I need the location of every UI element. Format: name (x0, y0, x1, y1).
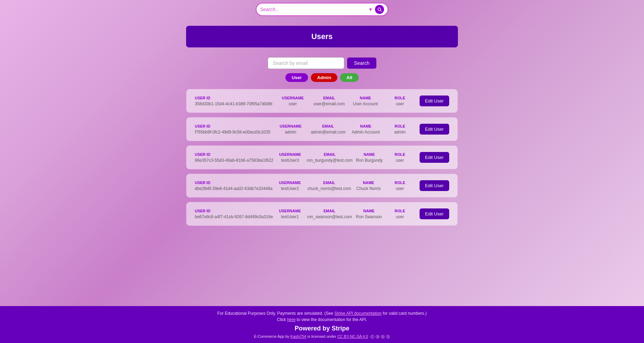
email-field: EMAIL admin@email.com (311, 124, 346, 135)
api-docs-link[interactable]: here (287, 317, 296, 322)
role-field: ROLE user (386, 96, 414, 106)
email-field: EMAIL chuck_norris@test.com (307, 181, 351, 191)
page-title: Users (186, 26, 458, 47)
search-section: Search User Admin All (268, 57, 376, 82)
user-card: USER ID be67e9c8-a4f7-41cb-9267-8d499c0a… (186, 202, 458, 226)
user-id-field: USER ID 358d33b1-15d4-4c41-b389-70f65a7d… (195, 96, 272, 106)
name-field: NAME User Account (351, 96, 379, 106)
user-card-fields: USER ID 96e357c3-55d3-49ab-81b6-a7583be1… (195, 152, 414, 163)
name-field: NAME Ron Burgundy (355, 152, 383, 163)
stripe-api-docs-link[interactable]: Stripe API documentation (335, 311, 382, 316)
topnav-search-button[interactable] (375, 5, 384, 14)
email-search-button[interactable]: Search (347, 58, 376, 69)
license-link[interactable]: CC BY-NC-SA 4.0 (337, 334, 368, 338)
user-id-field: USER ID f765bb9f-0fc2-49d9-9c58-e00acd3c… (195, 124, 270, 135)
nc-icon: Ⓝ (381, 334, 385, 340)
footer-docs: Click here to view the documentation for… (0, 317, 644, 322)
user-cards-container: USER ID 358d33b1-15d4-4c41-b389-70f65a7d… (186, 89, 458, 226)
email-search-input[interactable] (268, 57, 344, 69)
edit-user-button[interactable]: Edit User (420, 180, 449, 191)
filter-admin-button[interactable]: Admin (311, 73, 337, 82)
cc-icon: Ⓒ (370, 334, 374, 340)
role-field: ROLE user (386, 209, 414, 219)
author-link[interactable]: Kashi754 (290, 334, 306, 338)
user-id-field: USER ID 96e357c3-55d3-49ab-81b6-a7583be1… (195, 152, 274, 163)
email-field: EMAIL ron_burgundy@test.com (307, 152, 353, 163)
footer-notice: For Educational Purposes Only. Payments … (0, 311, 644, 316)
edit-user-button[interactable]: Edit User (420, 152, 449, 163)
edit-user-button[interactable]: Edit User (420, 124, 449, 135)
top-nav: ▼ (0, 0, 644, 19)
edit-user-button[interactable]: Edit User (420, 96, 449, 106)
user-card: USER ID dbe2fe6f-39e8-41d4-aa02-63db7e33… (186, 174, 458, 198)
username-field: USERNAME testUser3 (276, 152, 304, 163)
username-field: USERNAME testUser2 (276, 181, 304, 191)
user-card: USER ID 96e357c3-55d3-49ab-81b6-a7583be1… (186, 145, 458, 169)
role-field: ROLE user (386, 181, 414, 191)
username-field: USERNAME admin (277, 124, 305, 135)
svg-line-1 (380, 10, 382, 12)
username-field: USERNAME testUser1 (276, 209, 304, 219)
role-field: ROLE admin (386, 124, 414, 135)
filter-all-button[interactable]: All (340, 73, 359, 82)
footer-powered-by: Powered by Stripe (0, 325, 644, 332)
email-field: EMAIL user@email.com (313, 96, 345, 106)
role-field: ROLE user (386, 152, 414, 163)
edit-user-button[interactable]: Edit User (420, 208, 449, 219)
license-icons: Ⓒ Ⓑ Ⓝ Ⓢ (370, 334, 390, 340)
sa-icon: Ⓢ (386, 334, 390, 340)
user-id-field: USER ID be67e9c8-a4f7-41cb-9267-8d499c0a… (195, 209, 273, 219)
email-field: EMAIL ron_swanson@test.com (307, 209, 352, 219)
user-card-fields: USER ID dbe2fe6f-39e8-41d4-aa02-63db7e33… (195, 181, 414, 191)
filter-user-button[interactable]: User (285, 73, 308, 82)
name-field: NAME Admin Account (352, 124, 380, 135)
user-card-fields: USER ID be67e9c8-a4f7-41cb-9267-8d499c0a… (195, 209, 414, 219)
email-search-row: Search (268, 57, 376, 69)
main-content: Users Search User Admin All USER ID 358d… (0, 19, 644, 306)
search-icon (377, 7, 382, 12)
filter-icon[interactable]: ▼ (368, 7, 373, 12)
user-card: USER ID 358d33b1-15d4-4c41-b389-70f65a7d… (186, 89, 458, 113)
user-card: USER ID f765bb9f-0fc2-49d9-9c58-e00acd3c… (186, 117, 458, 141)
name-field: NAME Ron Swanson (355, 209, 383, 219)
username-field: USERNAME user (279, 96, 307, 106)
footer: For Educational Purposes Only. Payments … (0, 306, 644, 343)
filter-buttons: User Admin All (285, 73, 359, 82)
user-card-fields: USER ID 358d33b1-15d4-4c41-b389-70f65a7d… (195, 96, 414, 106)
by-icon: Ⓑ (376, 334, 380, 340)
name-field: NAME Chuck Norris (354, 181, 382, 191)
user-id-field: USER ID dbe2fe6f-39e8-41d4-aa02-63db7e33… (195, 181, 273, 191)
user-card-fields: USER ID f765bb9f-0fc2-49d9-9c58-e00acd3c… (195, 124, 414, 135)
topnav-search-wrapper: ▼ (256, 3, 388, 16)
footer-license: E-Commerce App by Kashi754 is licensed u… (0, 334, 644, 340)
topnav-search-input[interactable] (260, 7, 368, 12)
